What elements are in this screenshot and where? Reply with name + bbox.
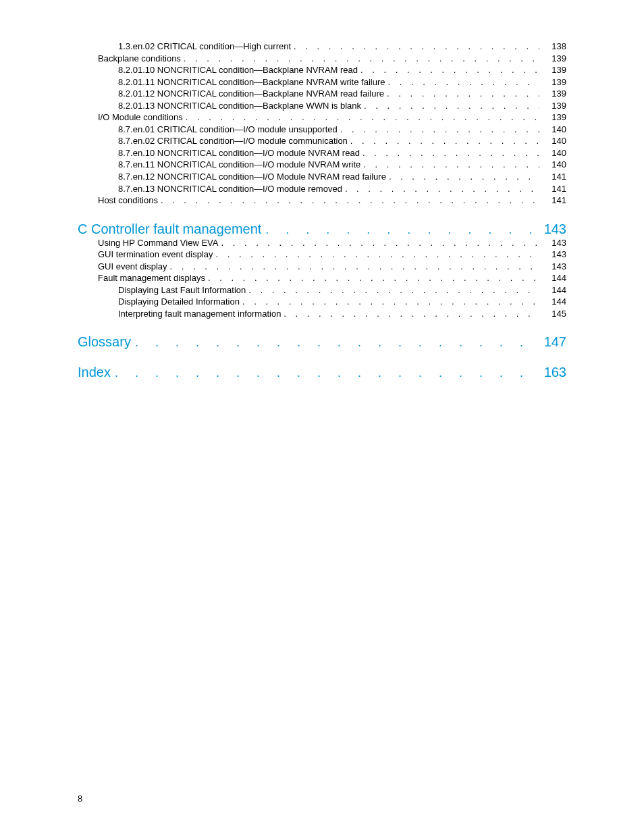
toc-section-heading[interactable]: Index . . . . . . . . . . . . . . . . . … <box>78 365 566 380</box>
leader-dots: . . . . . . . . . . . . . . . . . . . . … <box>385 76 539 88</box>
toc-section-label: Index <box>78 365 111 380</box>
toc-entry-page: 143 <box>539 249 566 261</box>
toc-entry[interactable]: 1.3.en.02 CRITICAL condition—High curren… <box>78 41 566 53</box>
toc-entry-label: 8.7.en.01 CRITICAL condition—I/O module … <box>118 124 338 136</box>
toc-entry[interactable]: 8.7.en.01 CRITICAL condition—I/O module … <box>78 124 566 136</box>
toc-entry-page: 145 <box>539 308 566 320</box>
toc-entry[interactable]: 8.2.01.10 NONCRITICAL condition—Backplan… <box>78 64 566 76</box>
toc-entry-page: 138 <box>539 41 566 53</box>
toc-entry-label: 8.2.01.13 NONCRITICAL condition—Backplan… <box>118 100 361 112</box>
toc-block: 1.3.en.02 CRITICAL condition—High curren… <box>78 41 566 207</box>
toc-block: Glossary . . . . . . . . . . . . . . . .… <box>78 334 566 350</box>
toc-entry[interactable]: 8.7.en.02 CRITICAL condition—I/O module … <box>78 135 566 147</box>
toc-entry-page: 144 <box>539 296 566 308</box>
toc-entry[interactable]: GUI termination event display . . . . . … <box>78 249 566 261</box>
toc-entry[interactable]: Interpreting fault management informatio… <box>78 308 566 320</box>
toc-entry[interactable]: Host conditions . . . . . . . . . . . . … <box>78 194 566 207</box>
toc-entry-page: 140 <box>539 135 566 147</box>
leader-dots: . . . . . . . . . . . . . . . . . . . . … <box>213 249 539 261</box>
toc-entry-page: 139 <box>539 100 566 112</box>
leader-dots: . . . . . . . . . . . . . . . . . . . . … <box>167 261 539 273</box>
toc-entry-label: Displaying Detailed Information <box>118 296 240 308</box>
toc-entry-label: 8.2.01.10 NONCRITICAL condition—Backplan… <box>118 64 358 76</box>
toc-entry-label: I/O Module conditions <box>98 111 183 124</box>
toc-entry[interactable]: GUI event display . . . . . . . . . . . … <box>78 261 566 273</box>
toc-entry-page: 141 <box>539 171 566 183</box>
leader-dots: . . . . . . . . . . . . . . . . . . . . … <box>342 183 539 195</box>
toc-entry[interactable]: 8.2.01.13 NONCRITICAL condition—Backplan… <box>78 100 566 112</box>
toc-block: C Controller fault management . . . . . … <box>78 221 566 320</box>
toc-entry-label: Fault management displays <box>98 272 205 284</box>
toc-entry[interactable]: Backplane conditions . . . . . . . . . .… <box>78 53 566 65</box>
toc-entry-label: Backplane conditions <box>98 53 181 65</box>
toc-entry-label: 8.7.en.11 NONCRITICAL condition—I/O modu… <box>118 159 360 171</box>
toc-section-page: 143 <box>539 221 566 237</box>
toc-entry[interactable]: Displaying Last Fault Information . . . … <box>78 284 566 296</box>
toc-entry-label: GUI event display <box>98 261 167 273</box>
leader-dots: . . . . . . . . . . . . . . . . . . . . … <box>360 147 539 159</box>
leader-dots: . . . . . . . . . . . . . . . . . . . . … <box>246 284 539 296</box>
toc-entry-label: 8.7.en.10 NONCRITICAL condition—I/O modu… <box>118 147 360 159</box>
toc-entry-page: 144 <box>539 272 566 284</box>
leader-dots: . . . . . . . . . . . . . . . . . . . . … <box>360 159 539 171</box>
toc-entry-page: 143 <box>539 261 566 273</box>
toc-entry-label: Host conditions <box>98 194 158 207</box>
toc-entry[interactable]: 8.2.01.11 NONCRITICAL condition—Backplan… <box>78 76 566 88</box>
toc-entry-page: 143 <box>539 237 566 249</box>
toc-entry[interactable]: 8.7.en.13 NONCRITICAL condition—I/O modu… <box>78 183 566 195</box>
toc-entry[interactable]: 8.7.en.10 NONCRITICAL condition—I/O modu… <box>78 147 566 159</box>
toc-entry[interactable]: 8.2.01.12 NONCRITICAL condition—Backplan… <box>78 88 566 100</box>
leader-dots: . . . . . . . . . . . . . . . . . . . . … <box>111 366 539 380</box>
toc-entry-page: 139 <box>539 88 566 100</box>
leader-dots: . . . . . . . . . . . . . . . . . . . . … <box>131 336 539 350</box>
toc-entry[interactable]: 8.7.en.11 NONCRITICAL condition—I/O modu… <box>78 159 566 171</box>
toc-entry-label: 1.3.en.02 CRITICAL condition—High curren… <box>118 41 291 53</box>
leader-dots: . . . . . . . . . . . . . . . . . . . . … <box>348 135 539 147</box>
toc-block: Index . . . . . . . . . . . . . . . . . … <box>78 365 566 380</box>
toc-entry-page: 139 <box>539 111 566 124</box>
leader-dots: . . . . . . . . . . . . . . . . . . . . … <box>261 223 539 237</box>
leader-dots: . . . . . . . . . . . . . . . . . . . . … <box>386 171 539 183</box>
toc-entry-label: 8.7.en.13 NONCRITICAL condition—I/O modu… <box>118 183 342 195</box>
toc-entry-page: 140 <box>539 124 566 136</box>
toc-entry-page: 139 <box>539 64 566 76</box>
leader-dots: . . . . . . . . . . . . . . . . . . . . … <box>181 53 539 65</box>
toc-entry-page: 140 <box>539 159 566 171</box>
toc-section-label: Glossary <box>78 334 131 350</box>
toc-entry-page: 141 <box>539 194 566 207</box>
toc-entry[interactable]: Fault management displays . . . . . . . … <box>78 272 566 284</box>
toc-entry-label: 8.7.en.02 CRITICAL condition—I/O module … <box>118 135 348 147</box>
leader-dots: . . . . . . . . . . . . . . . . . . . . … <box>218 237 539 249</box>
leader-dots: . . . . . . . . . . . . . . . . . . . . … <box>361 100 539 112</box>
toc-section-heading[interactable]: Glossary . . . . . . . . . . . . . . . .… <box>78 334 566 350</box>
toc-entry-page: 139 <box>539 53 566 65</box>
toc-entry-label: 8.2.01.12 NONCRITICAL condition—Backplan… <box>118 88 384 100</box>
footer-page-number: 8 <box>78 793 82 804</box>
leader-dots: . . . . . . . . . . . . . . . . . . . . … <box>358 64 539 76</box>
toc-section-label: C Controller fault management <box>78 221 261 237</box>
toc-entry[interactable]: I/O Module conditions . . . . . . . . . … <box>78 111 566 124</box>
toc-entry-label: Interpreting fault management informatio… <box>118 308 281 320</box>
toc-entry-page: 139 <box>539 76 566 88</box>
toc-entry-page: 141 <box>539 183 566 195</box>
leader-dots: . . . . . . . . . . . . . . . . . . . . … <box>240 296 539 308</box>
toc-section-heading[interactable]: C Controller fault management . . . . . … <box>78 221 566 237</box>
toc-entry[interactable]: 8.7.en.12 NONCRITICAL condition—I/O Modu… <box>78 171 566 183</box>
toc-entry-label: GUI termination event display <box>98 249 213 261</box>
toc-entry-label: Using HP Command View EVA <box>98 237 218 249</box>
leader-dots: . . . . . . . . . . . . . . . . . . . . … <box>183 111 539 124</box>
toc-section-page: 163 <box>539 365 566 380</box>
leader-dots: . . . . . . . . . . . . . . . . . . . . … <box>205 272 539 284</box>
toc-entry-label: 8.2.01.11 NONCRITICAL condition—Backplan… <box>118 76 385 88</box>
toc-entry-page: 144 <box>539 284 566 296</box>
toc-entry[interactable]: Displaying Detailed Information . . . . … <box>78 296 566 308</box>
table-of-contents: 1.3.en.02 CRITICAL condition—High curren… <box>78 41 566 380</box>
toc-section-page: 147 <box>539 334 566 350</box>
toc-page: 1.3.en.02 CRITICAL condition—High curren… <box>0 0 644 380</box>
toc-entry-page: 140 <box>539 147 566 159</box>
toc-entry-label: 8.7.en.12 NONCRITICAL condition—I/O Modu… <box>118 171 386 183</box>
toc-entry[interactable]: Using HP Command View EVA . . . . . . . … <box>78 237 566 249</box>
leader-dots: . . . . . . . . . . . . . . . . . . . . … <box>338 124 539 136</box>
leader-dots: . . . . . . . . . . . . . . . . . . . . … <box>384 88 539 100</box>
toc-entry-label: Displaying Last Fault Information <box>118 284 246 296</box>
